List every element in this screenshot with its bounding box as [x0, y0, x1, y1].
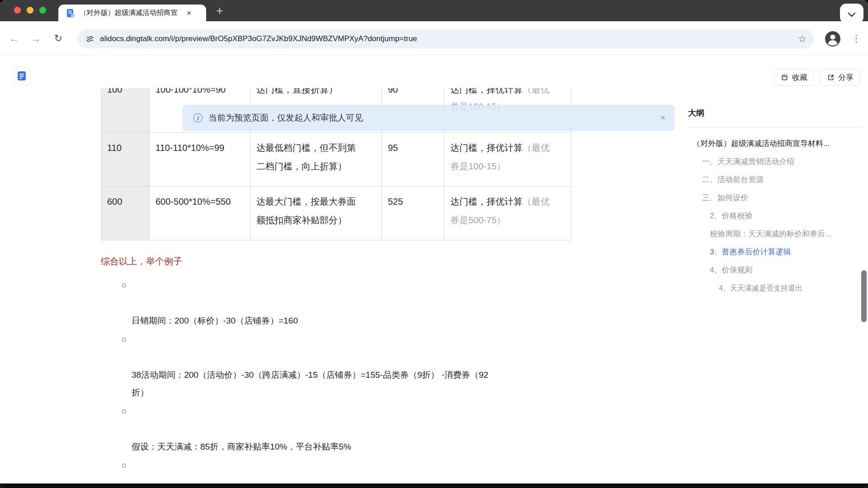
reload-button[interactable]: ↻: [51, 31, 66, 47]
table-cell: 达门槛，择优计算（最优 券是100-15）: [444, 133, 571, 187]
address-bar[interactable]: alidocs.dingtalk.com/i/p/preview/BrO5pXB…: [77, 29, 814, 48]
circle-bullet-icon: [122, 464, 126, 468]
list-item: 38活动期间：200（活动价）-30（跨店满减）-15（店铺券）=155-品类券…: [101, 331, 573, 401]
circle-bullet-icon: [122, 338, 126, 342]
favorite-label: 收藏: [792, 72, 807, 83]
tab-strip: （对外版）超级满减活动招商宣 × +: [0, 0, 868, 21]
table-cell: 110: [101, 133, 150, 187]
table-cell: 600: [101, 187, 150, 240]
table-row: 600 600-500*10%=550 达最大门槛，按最大券面 额抵扣商家补贴部…: [101, 187, 571, 240]
list-item: 假设：天天满减：85折，商家补贴率10%，平台补贴率5%: [101, 403, 573, 455]
list-item: 日销期间：200（标价）-30（店铺券）=160: [101, 277, 573, 329]
outline-item[interactable]: 校验周期：天天满减的标价和券后...: [680, 229, 868, 239]
outline-item-doc-title[interactable]: （对外版）超级满减活动招商宣导材料...: [680, 138, 868, 149]
outline-item-active[interactable]: 3、普惠券后价计算逻辑: [680, 247, 868, 258]
outline-panel: 大纲 （对外版）超级满减活动招商宣导材料... 一、天天满减营销活动介绍 二、活…: [680, 108, 868, 301]
banner-text: 当前为预览页面，仅发起人和审批人可见: [208, 112, 363, 124]
circle-bullet-icon: [122, 409, 126, 413]
table-cell: 525: [382, 187, 444, 240]
browser-window: （对外版）超级满减活动招商宣 × + ← → ↻ alidocs.dingtal…: [0, 0, 868, 488]
browser-toolbar: ← → ↻ alidocs.dingtalk.com/i/p/preview/B…: [0, 21, 868, 55]
window-zoom-button[interactable]: [39, 7, 46, 14]
table-cell: 达门槛，择优计算（最优 券是500-75）: [444, 187, 571, 240]
browser-menu-button[interactable]: ⋮: [851, 31, 862, 47]
circle-bullet-icon: [122, 283, 126, 287]
outline-item[interactable]: 一、天天满减营销活动介绍: [680, 156, 868, 167]
section-heading: 综合以上，举个例子: [101, 255, 573, 267]
chevron-down-icon: [848, 9, 856, 17]
outline-item[interactable]: 2、价格校验: [680, 211, 868, 221]
outline-item[interactable]: 4、价保规则: [680, 265, 868, 276]
table-cell: 110-110*10%=99: [150, 133, 250, 187]
table-cell: 100: [101, 88, 150, 133]
collect-icon: [781, 74, 788, 81]
profile-avatar[interactable]: [825, 31, 841, 47]
share-label: 分享: [838, 72, 854, 83]
url-text: alidocs.dingtalk.com/i/p/preview/BrO5pXB…: [100, 34, 798, 43]
outline-item[interactable]: 二、活动前台资源: [680, 174, 868, 185]
scrollbar-thumb[interactable]: [861, 270, 867, 322]
table-cell: 达最大门槛，按最大券面 额抵扣商家补贴部分）: [250, 187, 382, 240]
new-tab-button[interactable]: +: [212, 4, 227, 19]
outline-item[interactable]: 三、如何设价: [680, 192, 868, 203]
doc-header: 收藏 分享: [0, 55, 868, 89]
dingtalk-doc-logo-icon: [13, 67, 31, 85]
tab-title: （对外版）超级满减活动招商宣: [80, 8, 183, 18]
table-cell: 600-500*10%=550: [150, 187, 250, 240]
site-settings-icon[interactable]: [86, 35, 94, 43]
back-button[interactable]: ←: [6, 31, 22, 47]
window-close-button[interactable]: [14, 7, 21, 14]
forward-button[interactable]: →: [28, 31, 43, 47]
info-icon: i: [193, 113, 203, 122]
banner-close-icon[interactable]: ×: [656, 112, 669, 124]
doc-favicon-icon: [65, 8, 75, 18]
tab-close-icon[interactable]: ×: [184, 8, 194, 19]
window-bottom-edge: [0, 483, 868, 488]
table-cell: 达最低档门槛，但不到第 二档门槛，向上折算）: [250, 133, 382, 187]
outline-divider: [688, 127, 862, 128]
bookmark-star-icon[interactable]: ☆: [798, 33, 807, 44]
table-row: 110 110-110*10%=99 达最低档门槛，但不到第 二档门槛，向上折算…: [101, 133, 571, 187]
example-section: 综合以上，举个例子 日销期间：200（标价）-30（店铺券）=160 38活动期…: [101, 253, 573, 488]
outline-item[interactable]: 4、天天满减是否支持退出: [680, 283, 868, 294]
share-button[interactable]: 分享: [820, 69, 860, 86]
outline-list: （对外版）超级满减活动招商宣导材料... 一、天天满减营销活动介绍 二、活动前台…: [680, 138, 868, 294]
window-minimize-button[interactable]: [27, 7, 33, 14]
favorite-button[interactable]: 收藏: [774, 69, 814, 86]
outline-title: 大纲: [680, 108, 868, 118]
tab-search-button[interactable]: [840, 4, 863, 23]
browser-tab[interactable]: （对外版）超级满减活动招商宣 ×: [58, 5, 206, 21]
share-icon: [827, 74, 835, 81]
preview-notice-banner: i 当前为预览页面，仅发起人和审批人可见 ×: [183, 105, 675, 131]
table-cell: 95: [382, 133, 444, 187]
